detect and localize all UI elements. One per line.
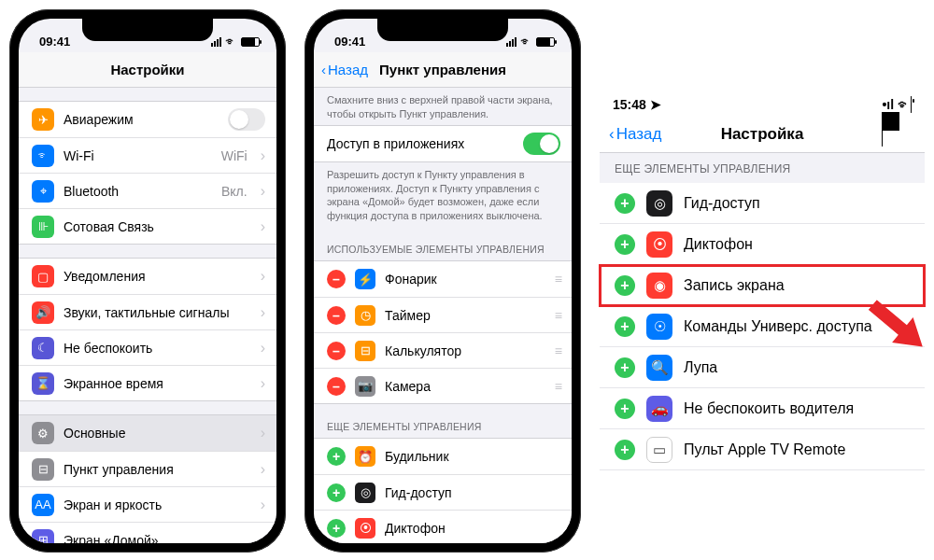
add-button[interactable]: + <box>327 483 346 502</box>
settings-row[interactable]: ⊞ Экран «Домой» › <box>19 522 276 543</box>
remove-button[interactable]: – <box>327 270 346 288</box>
wifi-icon: ᯤ <box>520 35 532 49</box>
add-button[interactable]: + <box>615 316 635 337</box>
add-button[interactable]: + <box>327 519 346 538</box>
add-button[interactable]: + <box>615 234 635 255</box>
chevron-right-icon: › <box>261 268 265 285</box>
settings-row[interactable]: ⌛ Экранное время › <box>19 365 276 400</box>
drag-handle-icon[interactable]: ≡ <box>555 272 560 287</box>
chevron-right-icon: › <box>261 461 265 478</box>
row-label: Сотовая Связь <box>64 219 248 234</box>
settings-row[interactable]: ⌖ Bluetooth Вкл.› <box>19 173 276 208</box>
chevron-right-icon: › <box>261 375 265 392</box>
back-button[interactable]: ‹ Назад <box>609 125 661 144</box>
access-in-apps-row[interactable]: Доступ в приложениях <box>314 126 572 161</box>
row-label: Команды Универс. доступа <box>684 318 872 335</box>
airplane-icon: ✈ <box>32 108 54 131</box>
more-control-row[interactable]: + ⦿ Диктофон <box>314 510 572 543</box>
used-control-row[interactable]: – 📷 Камера ≡ <box>314 368 572 403</box>
row-label: Не беспокоить водителя <box>684 400 854 417</box>
record-icon: ◉ <box>646 273 672 299</box>
row-label: Таймер <box>385 308 545 323</box>
row-value: WiFi <box>221 148 248 163</box>
drag-handle-icon[interactable]: ≡ <box>555 308 560 323</box>
row-label: Основные <box>64 426 248 441</box>
settings-row[interactable]: ☾ Не беспокоить › <box>19 329 276 365</box>
settings-row[interactable]: ▢ Уведомления › <box>19 259 276 294</box>
toggle[interactable] <box>228 108 265 131</box>
settings-row[interactable]: ᯤ Wi-Fi WiFi› <box>19 137 276 173</box>
phone-settings: 09:41 ᯤ Настройки ✈ Авиарежим ᯤ Wi-Fi Wi… <box>9 9 286 553</box>
add-button[interactable]: + <box>615 399 635 419</box>
add-button[interactable]: + <box>615 357 635 378</box>
row-label: Экранное время <box>64 376 248 391</box>
remote-icon: ▭ <box>646 437 672 463</box>
row-label: Экран «Домой» <box>64 533 248 544</box>
settings-row[interactable]: ⊟ Пункт управления › <box>19 451 276 486</box>
settings-row[interactable]: ⊪ Сотовая Связь › <box>19 208 276 244</box>
settings-row[interactable]: 🔊 Звуки, тактильные сигналы › <box>19 294 276 329</box>
nav-bar: ‹ Назад Настройка <box>600 116 925 153</box>
nav-bar: ‹ Назад Пункт управления <box>314 52 572 88</box>
chevron-right-icon: › <box>261 147 265 164</box>
chevron-right-icon: › <box>261 218 265 235</box>
status-time: 15:48 <box>613 97 646 112</box>
mag-icon: 🔍 <box>646 355 672 381</box>
add-button[interactable]: + <box>327 447 346 466</box>
cc-icon: ⊟ <box>32 458 54 481</box>
more-control-row[interactable]: + ◎ Гид-доступ <box>600 183 925 224</box>
camera-icon: 📷 <box>355 376 375 397</box>
access-toggle[interactable] <box>523 133 560 155</box>
more-control-row[interactable]: + ◉ Запись экрана <box>600 265 925 306</box>
drag-handle-icon[interactable]: ≡ <box>555 379 560 394</box>
row-label: Wi-Fi <box>64 148 212 163</box>
sound-icon: 🔊 <box>32 301 54 324</box>
voice-icon: ⦿ <box>646 231 672 258</box>
settings-row[interactable]: AA Экран и яркость › <box>19 486 276 522</box>
more-control-row[interactable]: + 🚗 Не беспокоить водителя <box>600 388 925 429</box>
guide-icon: ◎ <box>355 483 375 503</box>
row-value: Вкл. <box>221 184 248 199</box>
bt-icon: ⌖ <box>32 180 54 203</box>
chevron-left-icon: ‹ <box>321 62 326 77</box>
display-icon: AA <box>32 494 54 516</box>
settings-row[interactable]: ⚙ Основные › <box>19 415 276 451</box>
chevron-right-icon: › <box>261 425 265 441</box>
page-title: Настройки <box>19 62 276 77</box>
row-label: Не беспокоить <box>64 341 248 356</box>
settings-row[interactable]: ✈ Авиарежим <box>19 102 276 137</box>
status-bar: 15:48 ➤ •ıl ᯤ <box>600 93 925 116</box>
add-button[interactable]: + <box>615 440 635 460</box>
add-button[interactable]: + <box>615 193 635 214</box>
nav-bar: Настройки <box>19 52 276 88</box>
remove-button[interactable]: – <box>327 377 346 396</box>
signal-icon <box>506 37 517 47</box>
back-button[interactable]: ‹ Назад <box>321 62 368 77</box>
row-label: Запись экрана <box>684 277 785 294</box>
row-label: Экран и яркость <box>64 497 248 512</box>
more-control-row[interactable]: + ◎ Гид-доступ <box>314 474 572 510</box>
more-control-row[interactable]: + ⏰ Будильник <box>314 439 572 474</box>
more-control-row[interactable]: + 🔍 Лупа <box>600 347 925 388</box>
row-label: Диктофон <box>684 236 753 253</box>
used-control-row[interactable]: – ⚡ Фонарик ≡ <box>314 261 572 297</box>
remove-button[interactable]: – <box>327 306 346 325</box>
status-time: 09:41 <box>39 35 70 49</box>
status-time: 09:41 <box>334 35 365 49</box>
used-control-row[interactable]: – ⊟ Калькулятор ≡ <box>314 332 572 368</box>
more-control-row[interactable]: + ⦿ Диктофон <box>600 224 925 265</box>
wifi-icon: ᯤ <box>898 97 911 112</box>
chevron-right-icon: › <box>261 532 265 544</box>
drag-handle-icon[interactable]: ≡ <box>555 343 560 358</box>
used-control-row[interactable]: – ◷ Таймер ≡ <box>314 297 572 332</box>
notch <box>377 19 508 41</box>
location-icon: ➤ <box>650 97 661 112</box>
access-label: Доступ в приложениях <box>327 136 514 151</box>
row-label: Звуки, тактильные сигналы <box>64 305 248 320</box>
more-control-row[interactable]: + ▭ Пульт Apple TV Remote <box>600 429 925 470</box>
gear-icon: ⚙ <box>32 422 54 444</box>
row-label: Уведомления <box>64 269 248 284</box>
more-control-row[interactable]: + ☉ Команды Универс. доступа <box>600 306 925 347</box>
add-button[interactable]: + <box>615 275 635 296</box>
remove-button[interactable]: – <box>327 342 346 360</box>
